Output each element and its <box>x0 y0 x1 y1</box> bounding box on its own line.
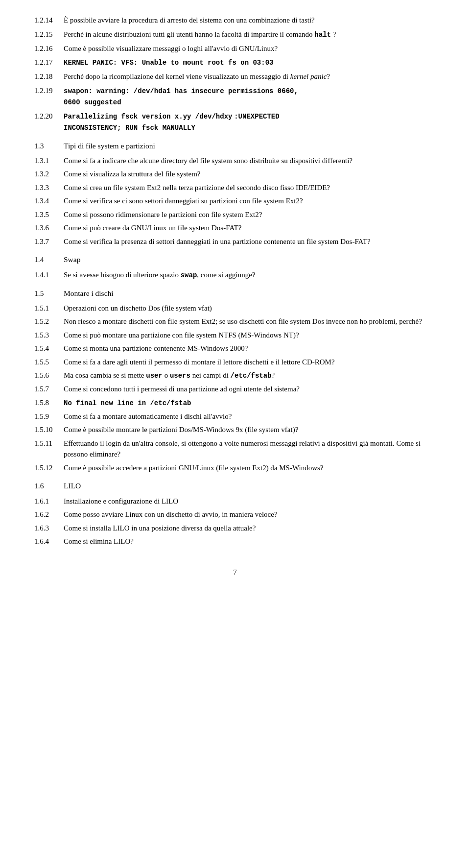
entry-157: 1.5.7 Come si concedono tutti i permessi… <box>34 384 436 395</box>
sub-text-134: Come si verifica se ci sono settori dann… <box>64 195 436 207</box>
entry-133: 1.3.3 Come si crea un file system Ext2 n… <box>34 182 436 193</box>
sub-num-155: 1.5.5 <box>34 357 64 368</box>
entry-154: 1.5.4 Come si monta una partizione conte… <box>34 343 436 354</box>
sub-num-1512: 1.5.12 <box>34 462 64 474</box>
entry-137: 1.3.7 Come si verifica la presenza di se… <box>34 236 436 247</box>
entry-163: 1.6.3 Come si installa LILO in una posiz… <box>34 523 436 534</box>
no-final-newline-code: No final new line in /etc/fstab <box>64 399 191 407</box>
sub-text-151: Operazioni con un dischetto Dos (file sy… <box>64 303 436 314</box>
sub-text-155: Come si fa a dare agli utenti il permess… <box>64 357 436 368</box>
entry-155: 1.5.5 Come si fa a dare agli utenti il p… <box>34 357 436 368</box>
entry-151: 1.5.1 Operazioni con un dischetto Dos (f… <box>34 303 436 314</box>
sub-text-158: No final new line in /etc/fstab <box>64 397 436 409</box>
sub-num-1511: 1.5.11 <box>34 438 64 449</box>
entry-text-1214: È possibile avviare la procedura di arre… <box>64 15 436 26</box>
sub-text-157: Come si concedono tutti i permessi di un… <box>64 384 436 395</box>
section-label-14: Swap <box>64 254 436 265</box>
kernel-panic-italic: kernel panic <box>290 72 327 80</box>
entry-num-1215: 1.2.15 <box>34 29 64 40</box>
sub-num-136: 1.3.6 <box>34 222 64 234</box>
entry-141: 1.4.1 Se si avesse bisogno di ulteriore … <box>34 269 436 281</box>
fstab-code: /etc/fstab <box>231 372 272 380</box>
sub-text-156: Ma cosa cambia se si mette user o users … <box>64 370 436 381</box>
sub-num-152: 1.5.2 <box>34 316 64 327</box>
sub-num-154: 1.5.4 <box>34 343 64 354</box>
section-num-15: 1.5 <box>34 288 64 299</box>
sub-num-1510: 1.5.10 <box>34 424 64 435</box>
entry-1216: 1.2.16 Come è possibile visualizzare mes… <box>34 43 436 54</box>
entry-1512: 1.5.12 Come è possibile accedere a parti… <box>34 462 436 474</box>
entry-134: 1.3.4 Come si verifica se ci sono settor… <box>34 195 436 207</box>
sub-num-163: 1.6.3 <box>34 523 64 534</box>
entry-136: 1.3.6 Come si può creare da GNU/Linux un… <box>34 222 436 234</box>
sub-num-161: 1.6.1 <box>34 496 64 507</box>
sub-num-141: 1.4.1 <box>34 269 64 281</box>
entry-159: 1.5.9 Come si fa a montare automaticamen… <box>34 411 436 422</box>
sub-text-154: Come si monta una partizione contenente … <box>64 343 436 354</box>
kernel-panic-code: KERNEL PANIC: VFS: Unable to mount root … <box>64 59 273 67</box>
entry-text-1218: Perché dopo la ricompilazione del kernel… <box>64 71 436 82</box>
entry-num-1220: 1.2.20 <box>34 111 64 122</box>
sub-num-156: 1.5.6 <box>34 370 64 381</box>
sub-num-134: 1.3.4 <box>34 195 64 207</box>
sub-text-159: Come si fa a montare automaticamente i d… <box>64 411 436 422</box>
sub-text-135: Come si possono ridimensionare le partiz… <box>64 209 436 220</box>
sub-num-132: 1.3.2 <box>34 169 64 180</box>
section-num-14: 1.4 <box>34 254 64 265</box>
sub-text-132: Come si visualizza la struttura del file… <box>64 169 436 180</box>
entry-text-1219: swapon: warning: /dev/hda1 has insecure … <box>64 85 436 108</box>
halt-code: halt <box>314 31 331 39</box>
entry-text-1220: Parallelizing fsck version x.yy /dev/hdx… <box>64 111 436 133</box>
entry-158: 1.5.8 No final new line in /etc/fstab <box>34 397 436 409</box>
entry-1511: 1.5.11 Effettuando il login da un'altra … <box>34 438 436 460</box>
section-label-15: Montare i dischi <box>64 288 436 299</box>
section-heading-16: 1.6 LILO <box>34 480 436 491</box>
sub-text-1511: Effettuando il login da un'altra console… <box>64 438 436 460</box>
entry-135: 1.3.5 Come si possono ridimensionare le … <box>34 209 436 220</box>
entry-num-1218: 1.2.18 <box>34 71 64 82</box>
sub-num-131: 1.3.1 <box>34 155 64 167</box>
entry-num-1219: 1.2.19 <box>34 85 64 96</box>
sub-text-1510: Come è possibile montare le partizioni D… <box>64 424 436 435</box>
sub-text-152: Non riesco a montare dischetti con file … <box>64 316 436 327</box>
sub-text-164: Come si elimina LILO? <box>64 536 436 547</box>
entry-161: 1.6.1 Installazione e configurazione di … <box>34 496 436 507</box>
sub-text-137: Come si verifica la presenza di settori … <box>64 236 436 247</box>
sub-text-153: Come si può montare una partizione con f… <box>64 330 436 341</box>
sub-num-159: 1.5.9 <box>34 411 64 422</box>
sub-text-163: Come si installa LILO in una posizione d… <box>64 523 436 534</box>
entry-131: 1.3.1 Come si fa a indicare che alcune d… <box>34 155 436 167</box>
sub-text-161: Installazione e configurazione di LILO <box>64 496 436 507</box>
section-num-13: 1.3 <box>34 140 64 151</box>
entry-132: 1.3.2 Come si visualizza la struttura de… <box>34 169 436 180</box>
entry-1215: 1.2.15 Perché in alcune distribuzioni tu… <box>34 29 436 40</box>
parallelizing-code: Parallelizing fsck version x.yy /dev/hdx… <box>64 113 232 121</box>
entry-1510: 1.5.10 Come è possibile montare le parti… <box>34 424 436 435</box>
entry-1219: 1.2.19 swapon: warning: /dev/hda1 has in… <box>34 85 436 108</box>
entry-1214: 1.2.14 È possibile avviare la procedura … <box>34 15 436 26</box>
entry-1220: 1.2.20 Parallelizing fsck version x.yy /… <box>34 111 436 133</box>
section-heading-15: 1.5 Montare i dischi <box>34 288 436 299</box>
entry-152: 1.5.2 Non riesco a montare dischetti con… <box>34 316 436 327</box>
section-label-13: Tipi di file system e partizioni <box>64 140 436 151</box>
sub-num-133: 1.3.3 <box>34 182 64 193</box>
sub-text-162: Come posso avviare Linux con un dischett… <box>64 509 436 520</box>
entry-164: 1.6.4 Come si elimina LILO? <box>34 536 436 547</box>
page-number: 7 <box>34 567 436 578</box>
sub-num-137: 1.3.7 <box>34 236 64 247</box>
entry-156: 1.5.6 Ma cosa cambia se si mette user o … <box>34 370 436 381</box>
section-label-16: LILO <box>64 480 436 491</box>
sub-text-141: Se si avesse bisogno di ulteriore spazio… <box>64 269 436 281</box>
user-code: user <box>146 372 163 380</box>
entry-text-1216: Come è possibile visualizzare messaggi o… <box>64 43 436 54</box>
sub-num-164: 1.6.4 <box>34 536 64 547</box>
swap-code: swap <box>181 271 197 279</box>
entry-text-1217: KERNEL PANIC: VFS: Unable to mount root … <box>64 57 436 68</box>
sub-text-1512: Come è possibile accedere a partizioni G… <box>64 462 436 474</box>
users-code: users <box>170 372 190 380</box>
sub-num-151: 1.5.1 <box>34 303 64 314</box>
page-content: 1.2.14 È possibile avviare la procedura … <box>34 15 436 578</box>
sub-num-157: 1.5.7 <box>34 384 64 395</box>
entry-1218: 1.2.18 Perché dopo la ricompilazione del… <box>34 71 436 82</box>
section-num-16: 1.6 <box>34 480 64 491</box>
